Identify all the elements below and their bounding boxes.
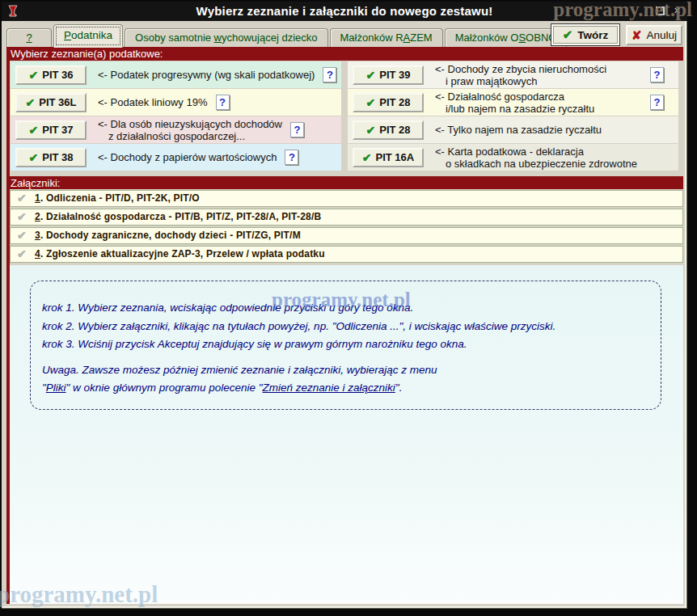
check-icon: ✔ [17,209,27,225]
pit-16a-button[interactable]: ✔PIT 16A [353,148,424,167]
attachments-section-header: Załączniki: [6,176,683,189]
form-row-pit36l: ✔PIT 36L <- Podatek liniowy 19% ? [11,89,341,116]
form-row-pit38: ✔PIT 38 <- Dochody z papierów wartościow… [11,144,341,171]
help-icon[interactable]: ? [216,95,230,110]
check-icon: ✔ [563,27,573,42]
cancel-button[interactable]: ✘ Anuluj [626,25,682,45]
form-row-pit36: ✔PIT 36 <- Podatek progresywny (wg skali… [11,61,341,88]
check-icon: ✔ [28,69,38,82]
forms-section-header: Wybierz zeznanie(a) podatkowe: [6,47,683,61]
pit-37-button[interactable]: ✔PIT 37 [15,120,87,140]
window-title: Wybierz zeznanie i załączniki do nowego … [2,4,687,18]
form-row-pit39: ✔PIT 39 <- Dochody ze zbycia nieruchomoś… [348,61,678,88]
check-icon: ✔ [17,191,27,206]
tab-help[interactable]: ? [6,28,52,48]
pit-28-najem-button[interactable]: ✔PIT 28 [353,120,424,140]
pit-39-button[interactable]: ✔PIT 39 [353,65,424,85]
check-icon: ✔ [362,151,372,164]
attachment-item-zap3[interactable]: ✔ 4. Zgłoszenie aktualizacyjne ZAP-3, Pr… [10,246,683,263]
pit-36l-button[interactable]: ✔PIT 36L [15,93,87,112]
tab-malzonkow-razem[interactable]: Małżonków RAZEM [330,28,443,48]
help-icon[interactable]: ? [650,67,664,82]
pit-28-dzialalnosc-button[interactable]: ✔PIT 28 [353,93,424,112]
close-icon[interactable]: ✕ [672,6,682,16]
instruction-step-1: krok 1. Wybierz zeznania, wciskając odpo… [42,299,661,318]
instruction-note: Uwaga. Zawsze możesz później zmienić zez… [42,361,661,398]
tab-malzonkow-osobno[interactable]: Małżonków OSOBNO [445,28,568,48]
dialog-body: Wybierz zeznanie i załączniki do nowego … [2,2,687,609]
tab-osoby-samotnie[interactable]: Osoby samotnie wychowującej dziecko [125,28,327,48]
check-icon: ✔ [28,124,38,137]
help-icon[interactable]: ? [323,67,336,82]
instruction-step-3: krok 3. Wciśnij przycisk Akceptuj znajdu… [42,335,661,354]
form-row-pit28-dzialalnosc: ✔PIT 28 <- Działalność gospodarczai/lub … [348,89,678,116]
check-icon: ✔ [17,228,27,243]
pliki-link[interactable]: Pliki [46,382,66,394]
instruction-step-2: krok 2. Wybierz załączniki, klikając na … [42,318,661,336]
check-icon: ✔ [17,247,27,262]
pit-36-button[interactable]: ✔PIT 36 [15,65,87,85]
forms-column-left: ✔PIT 36 <- Podatek progresywny (wg skali… [11,61,341,171]
forms-column-right: ✔PIT 39 <- Dochody ze zbycia nieruchomoś… [348,61,678,171]
help-icon[interactable]: ? [650,95,664,110]
x-icon: ✘ [632,28,642,43]
zmien-zeznanie-link[interactable]: Zmień zeznanie i załączniki [263,382,395,394]
form-row-pit37: ✔PIT 37 <- Dla osób nieuzyskujących doch… [11,116,341,143]
title-bar[interactable]: Wybierz zeznanie i załączniki do nowego … [2,2,687,21]
check-icon: ✔ [365,124,375,137]
check-icon: ✔ [365,96,375,109]
create-button[interactable]: ✔ Twórz [551,23,620,46]
tab-bar: ? Podatnika Osoby samotnie wychowującej … [6,23,567,48]
check-icon: ✔ [365,69,375,82]
attachment-item-odliczenia[interactable]: ✔ 1. Odliczenia - PIT/D, PIT-2K, PIT/O [10,190,683,207]
dialog-window: Wybierz zeznanie i załączniki do nowego … [0,0,697,616]
form-row-pit28-najem: ✔PIT 28 <- Tylko najem na zasadzie rycza… [348,116,678,143]
attachment-item-zagraniczne[interactable]: ✔ 3. Dochody zagraniczne, dochody dzieci… [10,227,683,244]
check-icon: ✔ [26,96,36,109]
maximize-icon[interactable] [656,6,665,15]
pit-38-button[interactable]: ✔PIT 38 [15,148,87,167]
help-icon[interactable]: ? [290,122,304,137]
attachment-item-dzialalnosc[interactable]: ✔ 2. Działalność gospodarcza - PIT/B, PI… [10,209,683,226]
help-icon[interactable]: ? [285,150,298,165]
lower-panel: krok 1. Wybierz zeznania, wciskając odpo… [10,265,683,604]
tab-podatnika[interactable]: Podatnika [53,24,123,48]
instructions-box: krok 1. Wybierz zeznania, wciskając odpo… [30,281,661,410]
attachments-list: ✔ 1. Odliczenia - PIT/D, PIT-2K, PIT/O ✔… [10,190,683,264]
form-row-pit16a: ✔PIT 16A <- Karta podatkowa - deklaracja… [348,144,678,171]
check-icon: ✔ [28,151,38,164]
